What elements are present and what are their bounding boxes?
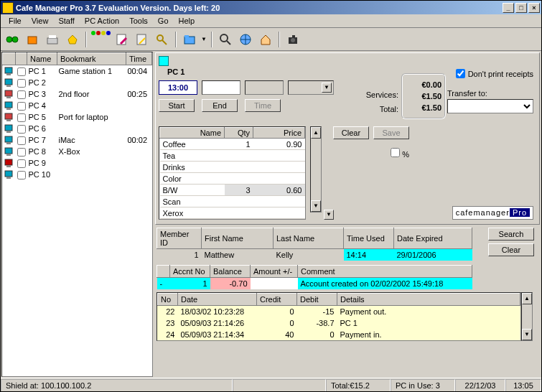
maximize-button[interactable]: □ — [515, 3, 527, 13]
trans-scroll-down-icon[interactable]: ▼ — [522, 329, 532, 340]
pc-list-row[interactable]: PC 2 — [3, 77, 152, 88]
svg-rect-21 — [5, 102, 12, 108]
pc-row-checkbox[interactable] — [17, 159, 26, 168]
status-shield: Shield at: 100.100.100.2 — [1, 379, 233, 392]
svg-rect-26 — [6, 131, 11, 133]
pc-list-row[interactable]: PC 9 — [3, 157, 152, 169]
session-field-3 — [245, 80, 284, 95]
pct-checkbox[interactable] — [391, 148, 400, 157]
toolbar-btn-search[interactable] — [217, 31, 234, 48]
pc-col-bookmark[interactable]: Bookmark — [57, 53, 126, 65]
service-row[interactable]: B/W30.60 — [160, 185, 305, 196]
toolbar-btn-folder[interactable] — [181, 31, 198, 48]
svg-rect-4 — [49, 35, 56, 38]
svg-rect-34 — [6, 177, 11, 179]
close-button[interactable]: × — [528, 3, 540, 13]
service-row[interactable]: Color — [160, 173, 305, 185]
toolbar-btn-key[interactable] — [154, 31, 171, 48]
pc-row-checkbox[interactable] — [17, 90, 26, 99]
pc-row-checkbox[interactable] — [17, 136, 26, 145]
pc-list-row[interactable]: PC 32nd floor00:25 — [3, 88, 152, 100]
session-time[interactable]: 13:00 — [159, 80, 197, 95]
menu-staff[interactable]: Staff — [53, 15, 79, 27]
dont-print-checkbox[interactable] — [456, 69, 465, 78]
menu-help[interactable]: Help — [174, 15, 200, 27]
svc-col-name[interactable]: Name — [160, 128, 225, 139]
transaction-row[interactable]: 2218/03/02 10:23:280-15Payment out. — [158, 306, 520, 318]
scroll-down-icon[interactable]: ▼ — [311, 200, 321, 212]
scroll-up-icon[interactable]: ▲ — [311, 127, 321, 139]
service-row[interactable]: Coffee10.90 — [160, 139, 305, 150]
services-expand-icon[interactable]: ▼ — [324, 210, 334, 220]
pc-col-time[interactable]: Time — [126, 53, 152, 65]
dont-print-receipts[interactable]: Don't print receipts — [456, 69, 533, 78]
pc-list-row[interactable]: PC 5Port for laptop — [3, 111, 152, 123]
folder-dropdown[interactable]: ▼ — [201, 36, 207, 42]
pc-row-checkbox[interactable] — [17, 102, 26, 111]
pc-row-checkbox[interactable] — [17, 171, 26, 179]
pc-list-row[interactable]: PC 10 — [3, 169, 152, 180]
member-row[interactable]: 1 Matthew Kelly 14:14 29/01/2006 — [157, 249, 472, 261]
toolbar-btn-4[interactable] — [64, 31, 81, 48]
account-row[interactable]: - 1 -0.70 Account created on 02/02/2002 … — [157, 278, 472, 290]
svg-rect-24 — [6, 119, 11, 121]
pc-list-row[interactable]: PC 7iMac00:02 — [3, 134, 152, 146]
transactions-scrollbar[interactable]: ▲ ▼ — [521, 292, 533, 341]
start-button[interactable]: Start — [159, 99, 195, 112]
totals-labels: Services: Total: — [366, 88, 398, 116]
toolbar-btn-2[interactable] — [24, 31, 41, 48]
pc-row-checkbox[interactable] — [17, 113, 26, 122]
services-scrollbar[interactable]: ▲ ▼ — [310, 126, 322, 213]
service-row[interactable]: Scan — [160, 196, 305, 207]
toolbar-btn-home[interactable] — [257, 31, 274, 48]
pc-col-check[interactable] — [16, 53, 27, 65]
toolbar-btn-1[interactable] — [4, 31, 21, 48]
service-row[interactable]: Xerox — [160, 207, 305, 219]
status-empty — [233, 379, 326, 392]
pc-list-row[interactable]: PC 4 — [3, 100, 152, 111]
status-date: 22/12/03 — [455, 379, 505, 392]
pc-list-row[interactable]: PC 1Game station 100:04 — [3, 65, 152, 78]
service-row[interactable]: Drinks — [160, 162, 305, 173]
titlebar: Cafe Manager Pro 3.7 Evaluation Version.… — [1, 1, 541, 14]
menu-tools[interactable]: Tools — [124, 15, 153, 27]
menu-view[interactable]: View — [27, 15, 54, 27]
service-row[interactable]: Tea — [160, 150, 305, 162]
svg-point-10 — [220, 34, 228, 42]
toolbar-btn-3[interactable] — [44, 31, 61, 48]
toolbar-btn-globe[interactable] — [237, 31, 254, 48]
clear-services-button[interactable]: Clear — [333, 126, 369, 139]
svc-col-price[interactable]: Price — [253, 128, 305, 139]
transaction-row[interactable]: 2405/09/03 21:14:34400Payment in. — [158, 329, 520, 340]
toolbar-btn-note[interactable] — [134, 31, 151, 48]
svc-col-qty[interactable]: Qty — [225, 128, 253, 139]
transaction-row[interactable]: 2305/09/03 21:14:260-38.7PC 1 — [158, 317, 520, 329]
trans-scroll-up-icon[interactable]: ▲ — [522, 293, 532, 304]
menu-file[interactable]: File — [4, 15, 27, 27]
svg-rect-20 — [6, 96, 11, 98]
services-table: Name Qty Price Coffee10.90TeaDrinksColor… — [159, 126, 306, 220]
pc-col-icon[interactable] — [3, 53, 16, 65]
menu-go[interactable]: Go — [153, 15, 174, 27]
pc-row-checkbox[interactable] — [17, 67, 26, 76]
search-button[interactable]: Search — [488, 228, 534, 241]
svg-rect-17 — [5, 79, 12, 85]
transfer-select[interactable] — [447, 99, 533, 113]
session-dropdown[interactable]: ▼ — [288, 80, 334, 95]
save-services-button: Save — [373, 126, 409, 139]
svg-rect-29 — [5, 148, 12, 154]
total-line3: €1.50 — [406, 102, 441, 113]
pc-list-row[interactable]: PC 6 — [3, 123, 152, 134]
pc-list-row[interactable]: PC 8X-Box — [3, 146, 152, 157]
minimize-button[interactable]: _ — [503, 3, 514, 13]
end-button[interactable]: End — [202, 99, 238, 112]
pc-row-checkbox[interactable] — [17, 125, 26, 134]
menu-pc-action[interactable]: PC Action — [80, 15, 124, 27]
toolbar-btn-camera[interactable] — [284, 31, 302, 48]
pc-row-checkbox[interactable] — [17, 79, 26, 88]
toolbar-btn-edit[interactable] — [113, 31, 131, 48]
pc-row-checkbox[interactable] — [17, 148, 26, 157]
session-field-2[interactable] — [202, 80, 240, 95]
pc-col-name[interactable]: Name — [27, 53, 57, 65]
clear-member-button[interactable]: Clear — [488, 243, 534, 256]
